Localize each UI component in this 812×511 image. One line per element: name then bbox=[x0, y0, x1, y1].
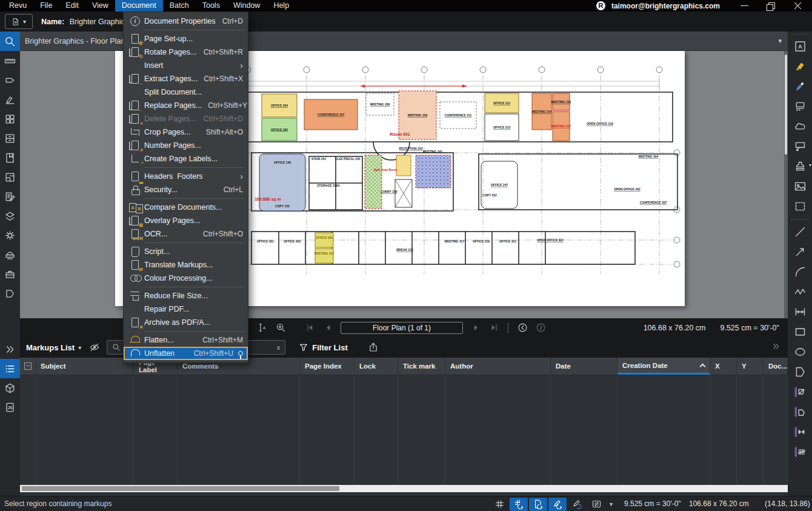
forms-icon[interactable] bbox=[0, 187, 20, 206]
menu-item[interactable]: OCR... Ctrl+Shift+O bbox=[124, 227, 248, 241]
column-header[interactable]: X bbox=[710, 358, 737, 375]
menu-item[interactable] bbox=[124, 165, 248, 170]
search-icon[interactable] bbox=[0, 32, 20, 51]
studio-icon[interactable] bbox=[0, 245, 20, 264]
menubar-item[interactable]: Batch bbox=[163, 0, 196, 12]
clear-search-icon[interactable]: x bbox=[277, 344, 281, 351]
menu-item[interactable]: Delete Pages... Ctrl+Shift+D bbox=[124, 112, 248, 125]
markups-list-icon[interactable] bbox=[0, 359, 20, 378]
account-email[interactable]: taimoor@brightergraphics.com bbox=[611, 2, 720, 10]
links-icon[interactable] bbox=[0, 284, 20, 303]
menu-item[interactable]: Colour Processing... bbox=[124, 272, 248, 285]
menubar-item[interactable]: View bbox=[85, 0, 115, 12]
scrollbar-thumb[interactable] bbox=[22, 486, 339, 491]
menu-item[interactable]: Translate Markups... bbox=[124, 258, 248, 272]
stamp-icon[interactable] bbox=[788, 156, 812, 176]
ellipse-icon[interactable] bbox=[788, 342, 812, 362]
menu-item[interactable]: Insert › bbox=[124, 59, 248, 72]
expand-panel-icon[interactable] bbox=[0, 339, 20, 359]
column-header[interactable]: Lock bbox=[354, 358, 398, 375]
column-header[interactable]: Author bbox=[445, 358, 551, 375]
image-icon[interactable] bbox=[788, 176, 812, 196]
document-tab[interactable]: Brighter Graphics - Floor Plan 1* bbox=[25, 37, 135, 45]
tab-list-chevron-icon[interactable]: ▾ bbox=[778, 37, 782, 45]
markups-horizontal-scrollbar[interactable] bbox=[20, 485, 788, 492]
next-view-icon[interactable] bbox=[531, 320, 550, 336]
eraser-icon[interactable] bbox=[788, 96, 812, 116]
reuse-markup-icon[interactable] bbox=[587, 498, 605, 511]
menu-item[interactable]: Script... bbox=[124, 245, 248, 258]
filter-list-button[interactable]: Filter List bbox=[312, 343, 348, 352]
menu-item[interactable]: Reduce File Size... bbox=[124, 289, 248, 302]
measure-icon[interactable] bbox=[0, 51, 20, 70]
next-page-icon[interactable] bbox=[467, 320, 485, 336]
callout-icon[interactable] bbox=[788, 136, 812, 156]
menubar-item[interactable]: Revu bbox=[2, 0, 33, 12]
menu-item[interactable]: Archive as PDF/A... bbox=[124, 316, 248, 329]
menu-item[interactable]: Headers Footers › bbox=[124, 170, 248, 183]
bookmarks-icon[interactable] bbox=[0, 148, 20, 167]
last-page-icon[interactable] bbox=[485, 320, 503, 336]
menu-item[interactable]: Extract Pages... Ctrl+Shift+X bbox=[124, 72, 248, 85]
scrollbar-thumb[interactable] bbox=[785, 55, 787, 155]
signature-icon[interactable] bbox=[0, 90, 20, 109]
menu-item[interactable]: Document Properties Ctrl+D bbox=[124, 15, 248, 28]
rectangle-icon[interactable] bbox=[788, 322, 812, 342]
javascript-icon[interactable] bbox=[0, 398, 20, 417]
snap-to-markup-icon[interactable] bbox=[548, 498, 567, 511]
menu-item[interactable]: Repair PDF... bbox=[124, 302, 248, 316]
close-button[interactable] bbox=[788, 0, 808, 12]
menu-item[interactable] bbox=[124, 241, 248, 245]
menu-item[interactable]: Rotate Pages... Ctrl+Shift+R bbox=[124, 45, 248, 59]
highlighter-icon[interactable] bbox=[788, 56, 812, 76]
arrow-icon[interactable] bbox=[788, 242, 812, 262]
properties-icon[interactable] bbox=[0, 225, 20, 245]
menu-item[interactable]: Compare Documents... bbox=[124, 201, 248, 214]
select-text-icon[interactable] bbox=[253, 320, 271, 336]
menu-item[interactable]: Crop Pages... Shift+Alt+O bbox=[124, 125, 248, 139]
select-all-checkbox[interactable] bbox=[24, 362, 32, 370]
menu-item[interactable]: Create Page Labels... bbox=[124, 152, 248, 165]
select-all-cell[interactable] bbox=[20, 358, 36, 375]
column-header[interactable]: Creation Date bbox=[617, 358, 710, 375]
file-access-icon[interactable] bbox=[0, 129, 20, 148]
spaces-icon[interactable] bbox=[0, 167, 20, 187]
menu-item[interactable]: Replace Pages... Ctrl+Shift+Y bbox=[124, 99, 248, 112]
export-summary-icon[interactable] bbox=[365, 339, 382, 355]
tool-chest-icon[interactable] bbox=[0, 264, 20, 284]
3d-model-tree-icon[interactable] bbox=[0, 378, 20, 398]
polyline-icon[interactable] bbox=[788, 282, 812, 302]
menu-item[interactable]: Flatten... Ctrl+Shift+M bbox=[124, 333, 248, 347]
minimize-button[interactable] bbox=[734, 0, 755, 12]
first-page-icon[interactable] bbox=[301, 320, 319, 336]
snapshot-icon[interactable] bbox=[788, 196, 812, 216]
menu-item[interactable]: Split Document... bbox=[124, 85, 248, 99]
filter-icon[interactable] bbox=[299, 342, 308, 352]
collapse-panel-icon[interactable] bbox=[771, 342, 780, 353]
previous-page-icon[interactable] bbox=[319, 320, 337, 336]
previous-view-icon[interactable] bbox=[513, 320, 531, 336]
menubar-item[interactable]: Help bbox=[267, 0, 296, 12]
text-box-icon[interactable] bbox=[788, 36, 812, 56]
menubar-item[interactable]: Tools bbox=[196, 0, 227, 12]
pin-icon[interactable] bbox=[238, 351, 243, 356]
thumbnails-icon[interactable] bbox=[0, 109, 20, 129]
menu-item[interactable]: Overlay Pages... bbox=[124, 214, 248, 227]
restore-button[interactable] bbox=[761, 0, 782, 12]
menu-item[interactable]: Unflatten Ctrl+Shift+U bbox=[124, 347, 248, 360]
menu-item[interactable] bbox=[124, 329, 248, 333]
grid-icon[interactable] bbox=[490, 498, 508, 511]
menubar-item[interactable]: Window bbox=[227, 0, 267, 12]
menu-item[interactable] bbox=[124, 28, 248, 32]
cloud-icon[interactable] bbox=[788, 116, 812, 136]
menu-item[interactable]: Number Pages... bbox=[124, 139, 248, 152]
menu-item[interactable]: Page Set-up... bbox=[124, 32, 248, 45]
chevron-down-icon[interactable]: ▾ bbox=[78, 344, 81, 351]
column-header[interactable]: Subject bbox=[36, 358, 134, 375]
markups-list-title[interactable]: Markups List bbox=[26, 343, 75, 352]
zoom-icon[interactable] bbox=[271, 320, 290, 336]
menubar-item[interactable]: Document bbox=[115, 0, 163, 12]
snap-to-grid-icon[interactable] bbox=[510, 498, 528, 511]
column-header[interactable]: Date bbox=[551, 358, 617, 375]
pen-icon[interactable] bbox=[788, 76, 812, 96]
